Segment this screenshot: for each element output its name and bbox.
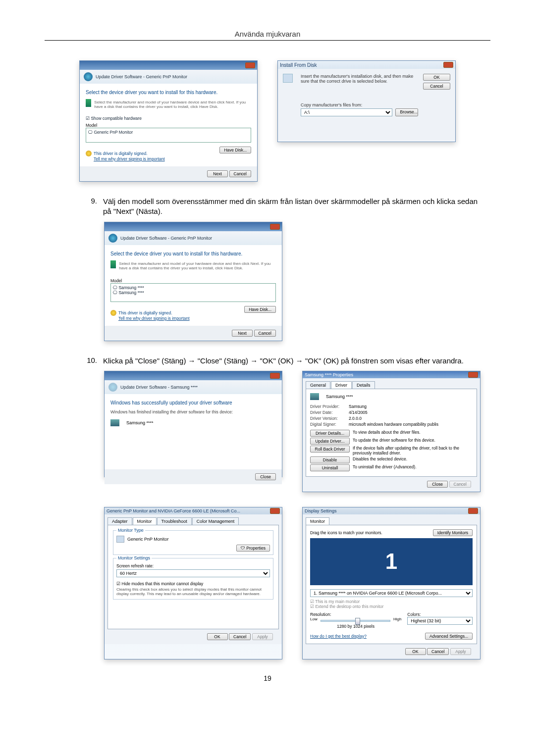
device-name: Samsung **** [126,420,154,425]
close-icon[interactable] [270,508,280,514]
hide-modes-checkbox[interactable]: ☑ Hide modes that this monitor cannot di… [116,581,270,586]
rollback-button[interactable]: Roll Back Driver [310,446,350,453]
tab-color-management[interactable]: Color Management [192,517,239,525]
tab-details[interactable]: Details [352,381,375,389]
dialog-title: Install From Disk [280,62,317,68]
tab-general[interactable]: General [306,381,330,389]
have-disk-button[interactable]: Have Disk... [244,306,276,313]
refresh-rate-label: Screen refresh rate: [116,563,270,568]
model-list[interactable]: 🖵 Samsung **** 🖵 Samsung **** [110,283,276,302]
slider-high-label: High [393,617,401,621]
description-text: Select the manufacturer and model of you… [119,261,276,270]
slider-low-label: Low [310,617,318,621]
model-list[interactable]: 🖵 Generic PnP Monitor [86,128,251,143]
advanced-settings-button[interactable]: Advanced Settings... [425,633,473,640]
dialog-title: Generic PnP Monitor and NVIDIA GeForce 6… [107,508,240,513]
disable-button[interactable]: Disable [310,456,350,463]
tab-driver[interactable]: Driver [331,381,352,389]
provider-value: Samsung [349,404,367,409]
copy-from-label: Copy manufacturer's files from: [301,102,418,107]
properties-button[interactable]: 🛡 Properties [236,545,270,552]
close-icon[interactable] [245,62,255,68]
cancel-button[interactable]: Cancel [427,648,449,655]
cancel-button[interactable]: Cancel [229,633,251,640]
shield-icon [110,310,116,316]
close-icon[interactable] [468,372,478,378]
tab-troubleshoot[interactable]: Troubleshoot [157,517,192,525]
main-monitor-checkbox: ☑ This is my main monitor [310,599,473,604]
version-label: Driver Version: [310,416,346,421]
step-text: Klicka på "Close" (Stäng) → "Close" (Stä… [103,356,481,366]
next-button[interactable]: Next [207,170,228,177]
back-icon[interactable] [108,234,117,243]
cancel-button[interactable]: Cancel [423,83,450,90]
monitor-icon [116,536,124,543]
tab-adapter[interactable]: Adapter [107,517,132,525]
cancel-button[interactable]: Cancel [254,330,276,337]
uninstall-button[interactable]: Uninstall [310,464,350,471]
best-display-link[interactable]: How do I get the best display? [310,634,367,639]
monitor-type-group: Monitor Type Generic PnP Monitor 🛡 Prope… [113,530,273,555]
close-button[interactable]: Close [427,481,448,488]
driver-details-desc: To view details about the driver files. [353,430,473,435]
list-item[interactable]: 🖵 Generic PnP Monitor [88,130,249,135]
breadcrumb-header: Update Driver Software - Generic PnP Mon… [80,70,257,84]
tab-monitor[interactable]: Monitor [306,517,329,525]
resolution-slider[interactable] [321,620,390,622]
refresh-rate-select[interactable]: 60 Hertz [116,569,270,577]
identify-monitors-button[interactable]: Identify Monitors [433,529,473,536]
list-item[interactable]: 🖵 Samsung **** [113,290,273,295]
monitor-preview[interactable]: 1 [310,538,473,585]
instruction: Select the device driver you want to ins… [110,251,276,256]
ok-button[interactable]: OK [423,74,450,81]
instruction: Select the device driver you want to ins… [86,90,251,95]
breadcrumb: Update Driver Software - Generic PnP Mon… [96,74,187,79]
dialog-update-driver-1: Update Driver Software - Generic PnP Mon… [79,60,258,182]
list-item[interactable]: 🖵 Samsung **** [113,285,273,290]
page-number: 19 [45,674,490,682]
ok-button[interactable]: OK [405,648,426,655]
back-icon [108,383,117,392]
shield-icon [86,151,92,156]
tab-monitor[interactable]: Monitor [133,517,157,525]
close-icon[interactable] [443,62,453,68]
uninstall-desc: To uninstall the driver (Advanced). [353,464,473,469]
dialog-title: Samsung **** Properties [305,372,353,377]
dialog-title: Display Settings [305,508,337,513]
extend-desktop-checkbox: ☑ Extend the desktop onto this monitor [310,604,473,609]
close-icon[interactable] [270,373,280,379]
step-text: Välj den modell som överensstämmer med d… [103,197,481,217]
path-combobox[interactable]: A:\ [301,108,392,116]
drag-instruction: Drag the icons to match your monitors. [310,530,382,535]
close-button[interactable]: Close [255,473,276,480]
colors-select[interactable]: Highest (32 bit) [407,617,473,625]
date-label: Driver Date: [310,410,346,415]
colors-label: Colors: [407,612,473,617]
update-driver-button[interactable]: Update Driver... [310,438,350,445]
dialog-display-settings: Display Settings Monitor Drag the icons … [302,507,481,659]
close-icon[interactable] [468,508,478,514]
show-compatible-checkbox[interactable]: ☑ Show compatible hardware [86,116,251,121]
driver-details-button[interactable]: Driver Details... [310,430,350,437]
monitor-selector[interactable]: 1. Samsung **** on NVIDIA GeForce 6600 L… [310,589,473,597]
dialog-update-success: Update Driver Software - Samsung **** Wi… [104,371,282,477]
date-value: 4/14/2005 [349,410,368,415]
description-text: Select the manufacturer and model of you… [94,100,251,109]
monitor-number: 1 [385,549,397,574]
instruction: Windows has successfully updated your dr… [110,400,276,405]
apply-button: Apply [252,633,273,640]
close-icon[interactable] [270,224,280,230]
signing-link[interactable]: Tell me why driver signing is important [118,316,190,321]
provider-label: Driver Provider: [310,404,346,409]
ok-button[interactable]: OK [207,633,228,640]
apply-button: Apply [450,648,471,655]
have-disk-button[interactable]: Have Disk... [219,147,251,153]
back-icon[interactable] [84,72,93,81]
cancel-button[interactable]: Cancel [229,170,251,177]
next-button[interactable]: Next [232,330,253,337]
dialog-install-from-disk: Install From Disk Insert the manufacture… [277,60,456,142]
signing-link[interactable]: Tell me why driver signing is important [94,156,165,161]
model-header: Model [110,278,276,283]
browse-button[interactable]: Browse... [395,108,418,116]
breadcrumb: Update Driver Software - Samsung **** [120,385,198,390]
